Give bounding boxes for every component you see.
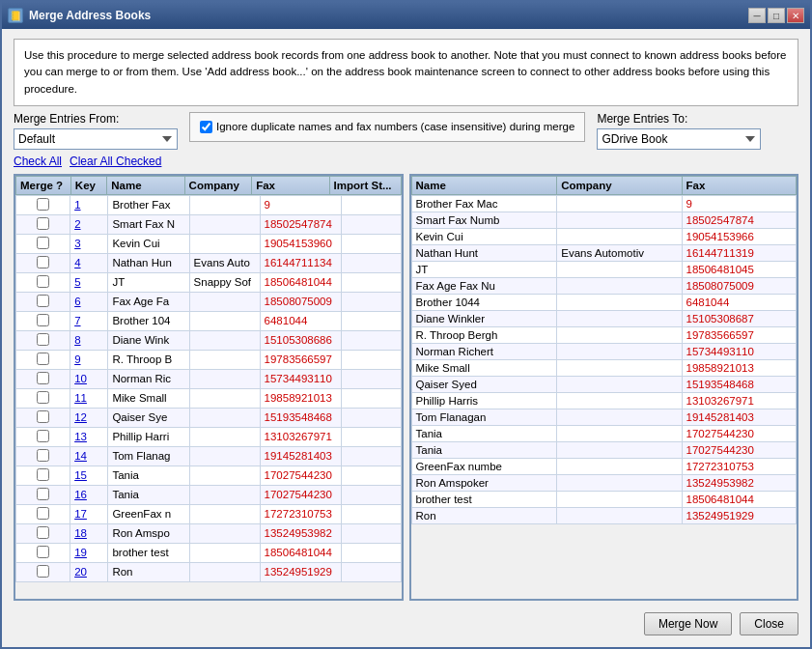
row-key[interactable]: 10 — [70, 369, 108, 388]
right-table-row: Qaiser Syed 15193548468 — [411, 376, 797, 392]
right-row-name: Nathan Hunt — [411, 244, 557, 261]
row-key[interactable]: 13 — [70, 427, 108, 446]
row-checkbox[interactable] — [37, 353, 49, 365]
bottom-row: Merge Now Close — [14, 607, 798, 637]
right-row-fax: 18508075009 — [682, 277, 796, 294]
row-checkbox[interactable] — [37, 546, 49, 558]
row-checkbox-cell — [16, 214, 70, 234]
right-row-fax: 9 — [682, 195, 796, 212]
left-table-scroll[interactable]: 1 Brother Fax 9 2 Smart Fax N 1850254787… — [15, 195, 402, 599]
maximize-button[interactable]: □ — [768, 8, 785, 23]
row-checkbox[interactable] — [37, 526, 49, 539]
row-checkbox[interactable] — [37, 410, 49, 423]
row-key[interactable]: 2 — [70, 214, 108, 234]
row-name: Fax Age Fa — [108, 292, 189, 311]
merge-from-dropdown[interactable]: Default GDrive Book — [14, 128, 178, 150]
row-key[interactable]: 16 — [70, 485, 108, 504]
right-table-row: brother test 18506481044 — [411, 491, 797, 507]
row-key[interactable]: 4 — [70, 253, 108, 272]
window-icon: 📒 — [8, 8, 23, 23]
row-key[interactable]: 14 — [70, 446, 108, 466]
ignore-duplicates-checkbox[interactable] — [200, 121, 212, 133]
right-table-row: Brother Fax Mac 9 — [411, 195, 797, 212]
row-key[interactable]: 11 — [70, 388, 108, 408]
row-checkbox-cell — [16, 504, 70, 523]
row-key[interactable]: 7 — [70, 311, 108, 330]
row-checkbox[interactable] — [37, 488, 49, 500]
row-checkbox[interactable] — [37, 314, 49, 326]
row-checkbox[interactable] — [37, 275, 49, 288]
row-checkbox[interactable] — [37, 372, 49, 384]
row-import — [341, 195, 401, 214]
row-checkbox[interactable] — [37, 198, 49, 211]
row-name: Kevin Cui — [108, 234, 189, 253]
row-key[interactable]: 9 — [70, 350, 108, 369]
row-import — [341, 350, 401, 369]
row-checkbox-cell — [16, 292, 70, 311]
row-import — [341, 543, 401, 562]
row-fax: 17027544230 — [260, 466, 341, 485]
right-row-company — [557, 458, 682, 474]
row-checkbox[interactable] — [37, 449, 49, 462]
right-row-fax: 17027544230 — [682, 441, 796, 458]
right-row-company — [557, 392, 682, 409]
ignore-duplicates-label[interactable]: Ignore duplicate names and fax numbers (… — [200, 119, 574, 135]
right-row-company — [557, 441, 682, 458]
right-fax-col-header: Fax — [682, 176, 796, 194]
row-fax: 19054153960 — [260, 234, 341, 253]
minimize-button[interactable]: ─ — [748, 8, 766, 23]
row-checkbox[interactable] — [37, 468, 49, 481]
row-import — [341, 311, 401, 330]
row-checkbox[interactable] — [37, 237, 49, 249]
row-fax: 15193548468 — [260, 408, 341, 427]
row-key[interactable]: 3 — [70, 234, 108, 253]
right-table-row: JT 18506481045 — [411, 261, 797, 277]
row-checkbox[interactable] — [37, 391, 49, 404]
clear-checked-button[interactable]: Clear All Checked — [70, 155, 161, 168]
merge-now-button[interactable]: Merge Now — [644, 612, 732, 635]
close-button[interactable]: Close — [740, 612, 798, 635]
merge-to-dropdown[interactable]: Default GDrive Book — [597, 128, 761, 150]
row-key[interactable]: 5 — [70, 272, 108, 292]
row-key[interactable]: 18 — [70, 523, 108, 543]
right-table-scroll[interactable]: Brother Fax Mac 9 Smart Fax Numb 1850254… — [411, 195, 798, 599]
row-checkbox[interactable] — [37, 565, 49, 578]
left-table-row: 8 Diane Wink 15105308686 — [16, 330, 402, 350]
row-import — [341, 330, 401, 350]
row-checkbox[interactable] — [37, 217, 49, 230]
row-key[interactable]: 1 — [70, 195, 108, 214]
right-row-company — [557, 359, 682, 376]
right-row-company — [557, 491, 682, 507]
row-import — [341, 523, 401, 543]
row-key[interactable]: 15 — [70, 466, 108, 485]
left-table-row: 9 R. Throop B 19783566597 — [16, 350, 402, 369]
row-key[interactable]: 19 — [70, 543, 108, 562]
row-company — [189, 369, 260, 388]
right-row-fax: 19783566597 — [682, 326, 796, 343]
row-name: GreenFax n — [108, 504, 189, 523]
row-key[interactable]: 8 — [70, 330, 108, 350]
row-checkbox-cell — [16, 446, 70, 466]
row-checkbox-cell — [16, 543, 70, 562]
row-key[interactable]: 17 — [70, 504, 108, 523]
row-checkbox-cell — [16, 311, 70, 330]
right-table-row: Brother 1044 6481044 — [411, 294, 797, 310]
row-key[interactable]: 6 — [70, 292, 108, 311]
row-name: JT — [108, 272, 189, 292]
row-fax: 18506481044 — [260, 543, 341, 562]
right-row-fax: 16144711319 — [682, 244, 796, 261]
row-checkbox[interactable] — [37, 333, 49, 346]
row-fax: 13524951929 — [260, 562, 341, 581]
right-table-body: Brother Fax Mac 9 Smart Fax Numb 1850254… — [411, 195, 798, 524]
row-checkbox[interactable] — [37, 256, 49, 268]
row-checkbox[interactable] — [37, 507, 49, 520]
row-key[interactable]: 12 — [70, 408, 108, 427]
row-checkbox[interactable] — [37, 295, 49, 307]
check-all-button[interactable]: Check All — [14, 155, 62, 168]
row-checkbox[interactable] — [37, 430, 49, 442]
row-key[interactable]: 20 — [70, 562, 108, 581]
window-close-button[interactable]: ✕ — [787, 8, 804, 23]
right-row-name: Tania — [411, 425, 557, 441]
left-table-row: 13 Phillip Harri 13103267971 — [16, 427, 402, 446]
left-table-row: 7 Brother 104 6481044 — [16, 311, 402, 330]
